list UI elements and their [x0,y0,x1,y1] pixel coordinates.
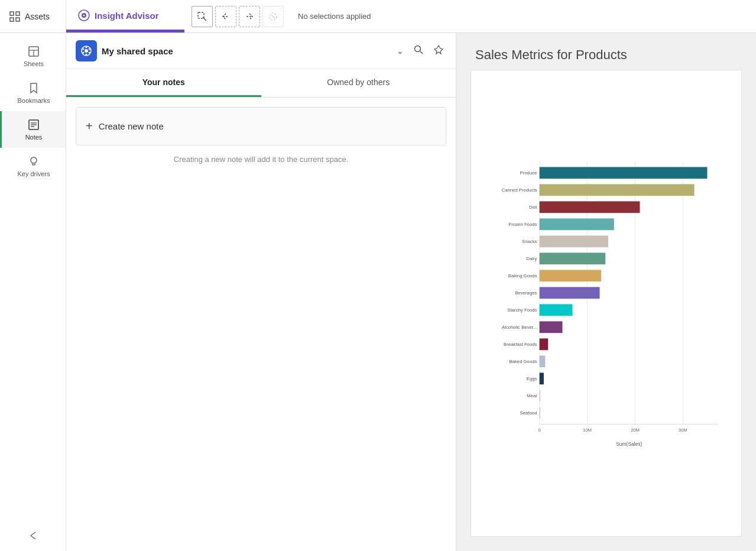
svg-text:Eggs: Eggs [527,376,537,381]
svg-text:Deli: Deli [529,205,537,210]
svg-text:Dairy: Dairy [526,256,537,261]
create-note-button[interactable]: + Create new note [76,107,446,145]
svg-point-25 [89,48,90,50]
svg-line-10 [271,15,275,18]
search-tool-button[interactable] [192,6,213,27]
tab-owned-by-others[interactable]: Owned by others [261,69,456,97]
panel-header-icons [411,42,446,60]
svg-point-23 [85,49,88,53]
svg-rect-36 [540,167,708,179]
svg-rect-44 [540,235,608,247]
assets-button[interactable]: Assets [0,0,66,33]
svg-rect-48 [540,270,601,281]
svg-text:0: 0 [538,427,541,433]
svg-point-27 [86,54,87,56]
clear-icon [268,12,278,21]
svg-text:Snacks: Snacks [522,239,537,244]
plus-icon: + [86,119,93,133]
panel-pin-button[interactable] [431,42,446,60]
svg-text:Alcoholic Bever...: Alcoholic Bever... [502,325,537,330]
topbar: Assets Insight Advisor [0,0,756,33]
space-dropdown-button[interactable]: ⌄ [394,44,406,58]
svg-rect-56 [540,338,549,350]
notes-panel: My shared space ⌄ Your notes Owne [66,33,456,551]
svg-rect-2 [10,18,14,21]
svg-rect-64 [540,407,540,419]
svg-rect-38 [540,184,695,196]
svg-text:20M: 20M [631,427,640,433]
svg-text:Beverages: Beverages [515,290,537,296]
svg-rect-52 [540,304,573,316]
sheets-icon [27,45,40,58]
forward-tool-button[interactable] [239,6,260,27]
chart-title: Sales Metrics for Products [456,33,756,70]
svg-text:Sum(Sales): Sum(Sales) [616,441,642,447]
left-nav: Sheets Bookmarks Notes Key drivers [0,33,66,551]
insight-advisor-label: Insight Advisor [95,11,159,21]
svg-rect-42 [540,218,614,230]
svg-rect-46 [540,252,606,264]
sidebar-item-key-drivers[interactable]: Key drivers [0,148,66,184]
panel-content: + Create new note Creating a new note wi… [66,98,456,551]
svg-text:Baked Goods: Baked Goods [509,359,537,364]
bar-chart: ProduceCanned ProductsDeliFrozen FoodsSn… [485,82,727,524]
svg-rect-50 [540,287,600,299]
no-selections-label: No selections applied [291,12,378,21]
svg-rect-3 [16,18,20,21]
sidebar-item-bookmarks[interactable]: Bookmarks [0,74,66,111]
svg-text:Seafood: Seafood [520,410,537,416]
chart-area: Sales Metrics for Products ProduceCanned… [456,33,756,551]
svg-rect-1 [16,12,20,15]
svg-line-21 [31,536,35,539]
svg-rect-58 [540,355,546,367]
key-drivers-label: Key drivers [17,170,50,177]
search-icon [413,44,424,55]
svg-rect-0 [10,12,14,15]
bookmarks-label: Bookmarks [17,97,50,104]
svg-point-29 [82,48,84,50]
sheets-label: Sheets [24,60,44,67]
svg-line-20 [31,532,35,536]
svg-line-8 [203,17,206,21]
sidebar-item-notes[interactable]: Notes [0,111,66,148]
svg-point-18 [31,157,37,163]
main-layout: Sheets Bookmarks Notes Key drivers [0,33,756,551]
space-icon [76,40,97,61]
collapse-nav-button[interactable] [0,525,66,551]
notes-tabs: Your notes Owned by others [66,69,456,98]
insight-advisor-tab[interactable]: Insight Advisor [66,0,184,33]
svg-text:Meat: Meat [527,393,537,398]
search-icon [197,12,207,21]
insight-icon [78,9,90,21]
svg-point-6 [83,15,85,17]
back-tool-button[interactable] [215,6,236,27]
svg-rect-60 [540,372,544,384]
pin-icon [433,44,444,55]
assets-label: Assets [25,12,50,21]
tab-your-notes[interactable]: Your notes [66,69,261,97]
grid-icon [9,11,20,22]
forward-icon [245,12,254,21]
collapse-icon [27,530,39,542]
space-name: My shared space [102,46,390,56]
chart-container: ProduceCanned ProductsDeliFrozen FoodsSn… [471,70,742,537]
empty-hint: Creating a new note will add it to the c… [76,155,446,164]
svg-rect-54 [540,321,563,333]
svg-point-26 [89,52,90,54]
svg-text:Frozen Foods: Frozen Foods [509,222,537,227]
create-note-label: Create new note [99,121,164,131]
svg-text:Starchy Foods: Starchy Foods [507,307,537,313]
svg-text:10M: 10M [583,427,592,433]
svg-point-28 [82,52,84,54]
svg-point-30 [415,46,421,51]
svg-text:30M: 30M [679,427,687,433]
panel-search-button[interactable] [411,42,426,60]
clear-tool-button[interactable] [262,6,284,27]
notes-label: Notes [25,134,43,141]
svg-point-24 [86,47,87,48]
bulb-icon [27,155,40,168]
sidebar-item-sheets[interactable]: Sheets [0,38,66,74]
svg-text:Baking Goods: Baking Goods [508,273,537,278]
svg-text:Breakfast Foods: Breakfast Foods [504,342,537,347]
panel-header: My shared space ⌄ [66,33,456,69]
